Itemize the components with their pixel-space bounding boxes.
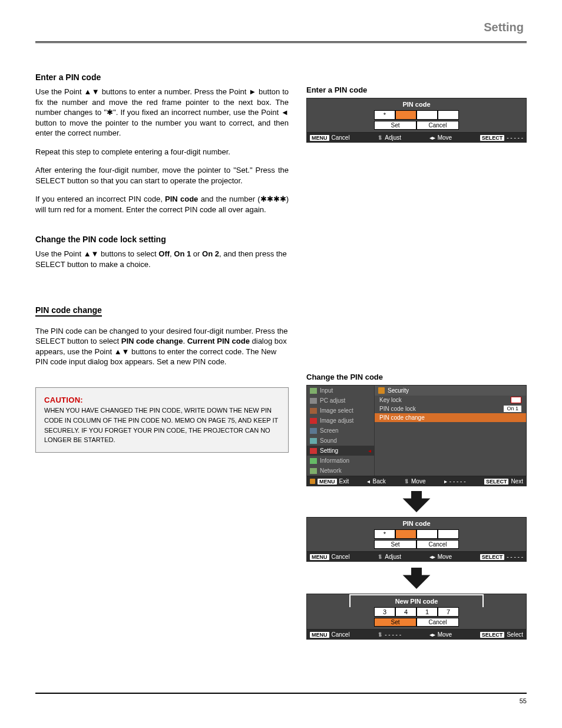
text: and the number ( [198,195,260,203]
cancel-button[interactable]: Cancel [416,540,459,549]
para: Use the Point ▲▼ buttons to enter a numb… [35,87,289,139]
label: Image select [320,407,353,414]
opt-off: Off [158,249,170,258]
value: On 1 [504,406,521,412]
text: Back [372,478,385,485]
text: Adjust [385,134,401,141]
sidebar-item-imageadjust[interactable]: Image adjust [307,416,374,426]
text: Select [507,631,523,638]
pin-dialog-2: PIN code * Set Cancel [306,517,527,552]
pin-code-bold: PIN code [165,195,198,203]
page-number: 55 [520,697,527,704]
select-badge: SELECT [480,554,505,560]
pin-digit-3[interactable] [416,110,438,120]
back-icon: ◂ [367,478,370,485]
keylock-off-icon [511,397,521,403]
sidebar-item-sound[interactable]: Sound [307,436,374,446]
asterisk: ✱ [107,108,113,117]
imageselect-icon [310,408,317,414]
sound-icon [310,438,317,444]
label: PIN code lock [379,406,416,412]
sidebar-item-imageselect[interactable]: Image select [307,406,374,416]
setting-icon [310,448,317,454]
opt-on2: On 2 [202,249,219,258]
dialog-footer: MENUCancel ⥮Adjust ◂▸Move SELECT- - - - … [306,133,527,143]
pin-digit-3[interactable]: 1 [416,607,438,617]
imageadjust-icon [310,418,317,424]
text: Move [438,134,452,141]
row-pincodechange[interactable]: PIN code change [375,413,526,422]
set-button[interactable]: Set [374,618,416,627]
updown-icon: ⥮ [378,554,382,560]
label: Input [320,387,333,394]
down-arrow-icon [306,568,527,589]
sidebar-item-screen[interactable]: Screen [307,426,374,436]
page-footer: 55 [35,693,527,704]
opt-on1: On 1 [174,249,191,258]
panel-header: Security [375,386,526,396]
leftright-icon: ◂▸ [429,631,435,638]
menu-badge: MENU [310,554,329,560]
pin-digit-3[interactable] [416,529,438,539]
sidebar-item-information[interactable]: Information [307,456,374,466]
change-lock-heading: Change the PIN code lock setting [35,235,289,244]
dialog-footer: MENUCancel ⥮- - - - - ◂▸Move SELECTSelec… [306,630,527,640]
input-icon [310,388,317,394]
text: Security [388,387,409,394]
pin-digit-2[interactable] [395,529,416,539]
para: Use the Point ▲▼ buttons to select Off, … [35,249,289,269]
updown-icon: ⥮ [404,478,409,485]
pin-digit-1[interactable]: * [374,110,395,120]
select-badge: SELECT [484,479,509,485]
set-button[interactable]: Set [374,121,416,130]
para: After entering the four-digit number, mo… [35,165,289,186]
currentpincode-bold: Current PIN code [187,337,250,345]
down-arrow-icon [306,491,527,512]
caution-title: CAUTION: [44,396,83,404]
label: Image adjust [320,417,353,424]
updown-icon: ⥮ [378,134,382,141]
right-icon: ▸ [444,478,447,485]
label: Key lock [379,397,402,403]
caution-box: CAUTION: WHEN YOU HAVE CHANGED THE PIN C… [35,387,289,453]
text: Cancel [332,134,350,141]
text: . [183,337,187,345]
pin-digit-4[interactable] [438,529,459,539]
row-pincodelock[interactable]: PIN code lockOn 1 [375,404,526,413]
menu-panel: Security Key lock PIN code lockOn 1 PIN … [375,386,526,476]
screen-icon [310,428,317,434]
label: Information [320,457,349,464]
text: Cancel [332,554,350,560]
pin-digit-4[interactable] [438,110,459,120]
cancel-button[interactable]: Cancel [416,618,459,627]
network-icon [310,468,317,474]
pin-digit-1[interactable]: * [374,529,395,539]
sidebar-item-setting[interactable]: Setting◂ [307,446,374,456]
text: Move [438,554,452,560]
sidebar-item-network[interactable]: Network [307,466,374,476]
sidebar-item-pcadjust[interactable]: PC adjust [307,396,374,406]
pin-digit-4[interactable]: 7 [438,607,459,617]
select-badge: SELECT [480,135,505,141]
text: Next [511,478,523,485]
osd-menu: Input PC adjust Image select Image adjus… [306,385,527,476]
pcadjust-icon [310,398,317,404]
cancel-button[interactable]: Cancel [416,121,459,130]
pin-digit-1[interactable]: 3 [374,607,395,617]
svg-marker-1 [403,568,431,589]
menu-badge: MENU [318,479,337,485]
dialog-title: PIN code [307,98,526,110]
row-keylock[interactable]: Key lock [375,396,526,404]
para: If you entered an incorrect PIN code, PI… [35,194,289,215]
set-button[interactable]: Set [374,540,416,549]
text: Move [411,478,425,485]
pin-digit-2[interactable] [395,110,416,120]
pin-digit-2[interactable]: 4 [395,607,416,617]
dialog-title: PIN code [307,518,526,529]
information-icon [310,458,317,464]
svg-marker-0 [403,491,431,512]
enter-pin-heading: Enter a PIN code [35,73,289,82]
label: Setting [320,447,338,454]
sidebar-item-input[interactable]: Input [307,386,374,396]
text: Exit [339,478,349,485]
